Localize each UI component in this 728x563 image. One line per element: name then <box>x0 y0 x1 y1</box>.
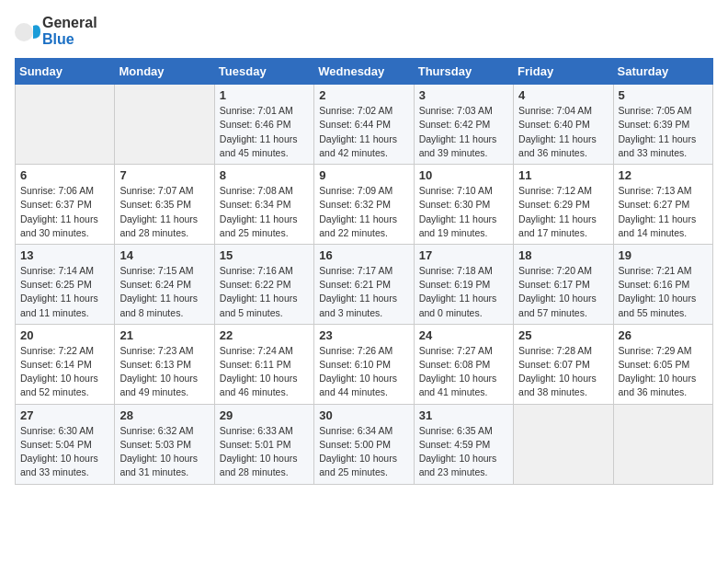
day-info: Sunrise: 7:04 AMSunset: 6:40 PMDaylight:… <box>518 104 608 160</box>
day-info: Sunrise: 7:01 AMSunset: 6:46 PMDaylight:… <box>220 104 309 160</box>
day-info: Sunrise: 7:26 AMSunset: 6:10 PMDaylight:… <box>319 344 408 400</box>
weekday-header-sunday: Sunday <box>16 59 115 85</box>
calendar-cell: 17Sunrise: 7:18 AMSunset: 6:19 PMDayligh… <box>414 244 513 324</box>
day-info: Sunrise: 6:32 AMSunset: 5:03 PMDaylight:… <box>119 424 209 480</box>
calendar-cell: 1Sunrise: 7:01 AMSunset: 6:46 PMDaylight… <box>214 85 313 165</box>
day-info: Sunrise: 6:35 AMSunset: 4:59 PMDaylight:… <box>419 424 508 480</box>
weekday-header-monday: Monday <box>115 59 214 85</box>
calendar-cell: 7Sunrise: 7:07 AMSunset: 6:35 PMDaylight… <box>115 165 214 245</box>
day-number: 9 <box>319 168 408 182</box>
day-info: Sunrise: 7:16 AMSunset: 6:22 PMDaylight:… <box>220 264 309 320</box>
day-info: Sunrise: 7:29 AMSunset: 6:05 PMDaylight:… <box>619 344 708 400</box>
day-number: 11 <box>518 168 608 182</box>
day-number: 7 <box>119 168 209 182</box>
calendar-cell: 27Sunrise: 6:30 AMSunset: 5:04 PMDayligh… <box>16 404 115 484</box>
day-info: Sunrise: 7:05 AMSunset: 6:39 PMDaylight:… <box>619 104 708 160</box>
calendar-cell: 25Sunrise: 7:28 AMSunset: 6:07 PMDayligh… <box>514 324 613 404</box>
calendar-cell: 19Sunrise: 7:21 AMSunset: 6:16 PMDayligh… <box>613 244 712 324</box>
calendar-cell: 14Sunrise: 7:15 AMSunset: 6:24 PMDayligh… <box>115 244 214 324</box>
day-number: 12 <box>619 168 708 182</box>
calendar-week-2: 6Sunrise: 7:06 AMSunset: 6:37 PMDaylight… <box>16 165 713 245</box>
day-number: 10 <box>419 168 508 182</box>
day-number: 13 <box>20 248 109 262</box>
day-info: Sunrise: 7:23 AMSunset: 6:13 PMDaylight:… <box>119 344 209 400</box>
calendar-cell: 13Sunrise: 7:14 AMSunset: 6:25 PMDayligh… <box>16 244 115 324</box>
calendar-week-3: 13Sunrise: 7:14 AMSunset: 6:25 PMDayligh… <box>16 244 713 324</box>
day-info: Sunrise: 7:15 AMSunset: 6:24 PMDaylight:… <box>119 264 209 320</box>
day-number: 15 <box>220 248 309 262</box>
day-info: Sunrise: 7:13 AMSunset: 6:27 PMDaylight:… <box>619 184 708 240</box>
day-info: Sunrise: 7:06 AMSunset: 6:37 PMDaylight:… <box>20 184 109 240</box>
day-number: 18 <box>518 248 608 262</box>
calendar-cell <box>115 85 214 165</box>
calendar-cell: 23Sunrise: 7:26 AMSunset: 6:10 PMDayligh… <box>314 324 414 404</box>
day-number: 6 <box>20 168 109 182</box>
page-header: General Blue <box>15 15 713 47</box>
calendar-cell: 22Sunrise: 7:24 AMSunset: 6:11 PMDayligh… <box>214 324 313 404</box>
day-info: Sunrise: 7:17 AMSunset: 6:21 PMDaylight:… <box>319 264 408 320</box>
weekday-header-friday: Friday <box>514 59 613 85</box>
calendar-cell: 18Sunrise: 7:20 AMSunset: 6:17 PMDayligh… <box>514 244 613 324</box>
day-number: 3 <box>419 88 508 102</box>
weekday-header-wednesday: Wednesday <box>314 59 414 85</box>
day-number: 19 <box>619 248 708 262</box>
calendar-cell <box>613 404 712 484</box>
calendar-cell: 11Sunrise: 7:12 AMSunset: 6:29 PMDayligh… <box>514 165 613 245</box>
day-number: 22 <box>220 328 309 342</box>
day-info: Sunrise: 7:12 AMSunset: 6:29 PMDaylight:… <box>518 184 608 240</box>
calendar-cell: 4Sunrise: 7:04 AMSunset: 6:40 PMDaylight… <box>514 85 613 165</box>
calendar-cell: 20Sunrise: 7:22 AMSunset: 6:14 PMDayligh… <box>16 324 115 404</box>
calendar-table: SundayMondayTuesdayWednesdayThursdayFrid… <box>15 58 713 484</box>
day-info: Sunrise: 6:33 AMSunset: 5:01 PMDaylight:… <box>220 424 309 480</box>
day-info: Sunrise: 7:08 AMSunset: 6:34 PMDaylight:… <box>220 184 309 240</box>
day-number: 26 <box>619 328 708 342</box>
day-info: Sunrise: 7:20 AMSunset: 6:17 PMDaylight:… <box>518 264 608 320</box>
calendar-cell: 16Sunrise: 7:17 AMSunset: 6:21 PMDayligh… <box>314 244 414 324</box>
calendar-cell: 8Sunrise: 7:08 AMSunset: 6:34 PMDaylight… <box>214 165 313 245</box>
day-info: Sunrise: 7:14 AMSunset: 6:25 PMDaylight:… <box>20 264 109 320</box>
calendar-header: SundayMondayTuesdayWednesdayThursdayFrid… <box>16 59 713 85</box>
calendar-cell: 21Sunrise: 7:23 AMSunset: 6:13 PMDayligh… <box>115 324 214 404</box>
calendar-cell: 9Sunrise: 7:09 AMSunset: 6:32 PMDaylight… <box>314 165 414 245</box>
weekday-header-thursday: Thursday <box>414 59 513 85</box>
weekday-header-saturday: Saturday <box>613 59 712 85</box>
day-info: Sunrise: 7:27 AMSunset: 6:08 PMDaylight:… <box>419 344 508 400</box>
calendar-cell: 10Sunrise: 7:10 AMSunset: 6:30 PMDayligh… <box>414 165 513 245</box>
day-number: 28 <box>119 408 209 422</box>
calendar-cell: 26Sunrise: 7:29 AMSunset: 6:05 PMDayligh… <box>613 324 712 404</box>
day-info: Sunrise: 7:10 AMSunset: 6:30 PMDaylight:… <box>419 184 508 240</box>
day-number: 1 <box>220 88 309 102</box>
day-number: 30 <box>319 408 408 422</box>
day-info: Sunrise: 7:02 AMSunset: 6:44 PMDaylight:… <box>319 104 408 160</box>
day-number: 14 <box>119 248 209 262</box>
calendar-cell: 31Sunrise: 6:35 AMSunset: 4:59 PMDayligh… <box>414 404 513 484</box>
day-number: 29 <box>220 408 309 422</box>
calendar-cell: 5Sunrise: 7:05 AMSunset: 6:39 PMDaylight… <box>613 85 712 165</box>
calendar-cell: 6Sunrise: 7:06 AMSunset: 6:37 PMDaylight… <box>16 165 115 245</box>
calendar-cell: 15Sunrise: 7:16 AMSunset: 6:22 PMDayligh… <box>214 244 313 324</box>
day-info: Sunrise: 7:24 AMSunset: 6:11 PMDaylight:… <box>220 344 309 400</box>
day-number: 23 <box>319 328 408 342</box>
logo: General Blue <box>15 15 97 47</box>
day-number: 21 <box>119 328 209 342</box>
svg-point-0 <box>15 23 33 41</box>
logo-text-blue: Blue <box>42 31 97 48</box>
calendar-cell: 30Sunrise: 6:34 AMSunset: 5:00 PMDayligh… <box>314 404 414 484</box>
day-number: 25 <box>518 328 608 342</box>
day-number: 8 <box>220 168 309 182</box>
calendar-cell: 24Sunrise: 7:27 AMSunset: 6:08 PMDayligh… <box>414 324 513 404</box>
calendar-cell: 12Sunrise: 7:13 AMSunset: 6:27 PMDayligh… <box>613 165 712 245</box>
calendar-cell <box>16 85 115 165</box>
day-number: 5 <box>619 88 708 102</box>
day-info: Sunrise: 7:28 AMSunset: 6:07 PMDaylight:… <box>518 344 608 400</box>
weekday-header-tuesday: Tuesday <box>214 59 313 85</box>
day-info: Sunrise: 7:09 AMSunset: 6:32 PMDaylight:… <box>319 184 408 240</box>
calendar-cell: 2Sunrise: 7:02 AMSunset: 6:44 PMDaylight… <box>314 85 414 165</box>
day-info: Sunrise: 7:07 AMSunset: 6:35 PMDaylight:… <box>119 184 209 240</box>
day-number: 4 <box>518 88 608 102</box>
day-info: Sunrise: 7:18 AMSunset: 6:19 PMDaylight:… <box>419 264 508 320</box>
day-number: 31 <box>419 408 508 422</box>
day-number: 17 <box>419 248 508 262</box>
logo-text-general: General <box>42 15 97 31</box>
calendar-cell: 29Sunrise: 6:33 AMSunset: 5:01 PMDayligh… <box>214 404 313 484</box>
